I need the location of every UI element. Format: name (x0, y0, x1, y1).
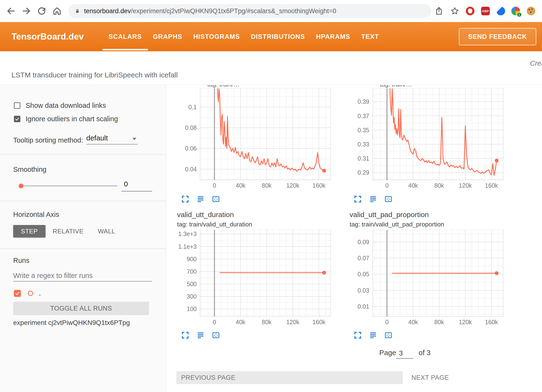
charts-panel: tag: train/… 0.040.060.080.1040k80k120k1… (167, 85, 542, 392)
svg-text:0.08: 0.08 (185, 124, 197, 131)
fit-domain-icon[interactable] (384, 195, 393, 203)
main-nav: SCALARS GRAPHS HISTOGRAMS DISTRIBUTIONS … (103, 22, 384, 51)
fit-domain-icon[interactable] (212, 331, 220, 340)
fit-domain-icon[interactable] (212, 195, 220, 203)
svg-text:40k: 40k (408, 319, 418, 325)
show-download-links-checkbox[interactable]: Show data download links (14, 102, 106, 110)
expand-chart-icon[interactable] (181, 331, 190, 340)
checkbox-label: Show data download links (26, 102, 106, 110)
scalar-chart[interactable]: 1003005007009001.1e+31.3e+3040k80k120k16… (176, 230, 334, 327)
run-row[interactable]: . (14, 289, 41, 297)
tab-distributions[interactable]: DISTRIBUTIONS (245, 22, 311, 51)
pagination: Page of 3 (167, 348, 542, 360)
ignore-outliers-checkbox[interactable]: Ignore outliers in chart scaling (14, 115, 118, 123)
svg-text:80k: 80k (262, 182, 272, 189)
svg-text:40k: 40k (236, 319, 246, 325)
tensorboard-logo[interactable]: TensorBoard.dev (12, 22, 84, 51)
app-header: TensorBoard.dev SCALARS GRAPHS HISTOGRAM… (0, 22, 542, 51)
runs-selector-icon[interactable] (196, 195, 205, 203)
subheader: Crea LSTM transducer training for LibriS… (0, 51, 542, 85)
chart-actions (181, 195, 220, 203)
svg-text:0.31: 0.31 (357, 155, 369, 162)
smoothing-value-input[interactable]: 0 (121, 179, 152, 191)
axis-wall-button[interactable]: WALL (91, 225, 122, 237)
abp-extension-icon[interactable]: ABP (481, 7, 490, 15)
svg-text:0: 0 (385, 319, 389, 325)
address-bar[interactable]: tensorboard.dev/experiment/cj2vtPiwQHKN9… (68, 4, 431, 18)
svg-text:0.1: 0.1 (188, 104, 197, 110)
tab-scalars[interactable]: SCALARS (103, 22, 147, 51)
svg-text:0.37: 0.37 (357, 113, 369, 119)
svg-text:0.07: 0.07 (357, 255, 369, 261)
run-checkbox-checked-icon[interactable] (14, 290, 21, 297)
chart-tag: tag: train/valid_utt_pad_proportion (350, 221, 444, 228)
axis-step-button[interactable]: STEP (13, 225, 46, 237)
horizontal-axis-label: Horizontal Axis (13, 211, 59, 219)
page-label: Page (379, 349, 396, 357)
adblock-extension-icon[interactable] (466, 7, 474, 15)
page-number-input[interactable] (396, 348, 413, 359)
svg-text:0.35: 0.35 (357, 127, 369, 133)
svg-text:300: 300 (187, 293, 197, 300)
lock-icon (74, 8, 81, 14)
runs-filter-input[interactable] (13, 270, 152, 282)
svg-text:0: 0 (385, 182, 389, 189)
run-name: . (39, 289, 41, 297)
smoothing-label: Smoothing (13, 166, 46, 173)
scalar-chart[interactable]: 0.010.030.050.070.09040k80k120k160k (349, 230, 507, 327)
chart-title: valid_utt_pad_proportion (350, 211, 429, 219)
svg-text:0.01: 0.01 (357, 303, 369, 310)
next-page-button[interactable]: NEXT PAGE (411, 371, 449, 384)
cookie-extension-icon[interactable] (527, 7, 535, 15)
fit-domain-icon[interactable] (384, 331, 393, 340)
refresh-icon[interactable] (37, 6, 46, 16)
scalar-chart[interactable]: 0.290.310.330.350.370.39040k80k120k160k (349, 88, 507, 191)
runs-selector-icon[interactable] (369, 331, 377, 340)
extension-badge: 1 (517, 12, 522, 17)
tooltip-sort-value: default (86, 134, 108, 142)
blue-extension-icon[interactable] (496, 7, 505, 15)
bookmark-star-icon[interactable] (450, 6, 460, 16)
toggle-all-runs-button[interactable]: TOGGLE ALL RUNS (13, 302, 149, 315)
tooltip-sort-select[interactable]: default (86, 134, 138, 144)
tab-histograms[interactable]: HISTOGRAMS (188, 22, 246, 51)
clipped-right-text: Crea (530, 59, 542, 67)
expand-chart-icon[interactable] (181, 195, 190, 203)
tab-graphs[interactable]: GRAPHS (147, 22, 188, 51)
tab-text[interactable]: TEXT (356, 22, 385, 51)
svg-text:0: 0 (213, 182, 216, 189)
send-feedback-button[interactable]: SEND FEEDBACK (459, 28, 536, 45)
svg-text:120k: 120k (286, 319, 300, 325)
svg-text:0: 0 (213, 319, 216, 325)
scalar-chart[interactable]: 0.040.060.080.1040k80k120k160k (176, 88, 334, 191)
extension-with-badge-icon[interactable]: 1 (511, 7, 520, 15)
svg-text:1.1e+3: 1.1e+3 (178, 243, 197, 250)
share-icon[interactable] (434, 6, 444, 16)
svg-text:0.06: 0.06 (185, 145, 197, 152)
previous-page-button[interactable]: PREVIOUS PAGE (176, 371, 403, 384)
svg-text:0.03: 0.03 (357, 287, 369, 294)
smoothing-slider[interactable] (19, 182, 117, 190)
url-text: tensorboard.dev/experiment/cj2vtPiwQHKN9… (84, 7, 336, 15)
forward-icon[interactable] (22, 6, 31, 16)
horizontal-axis-toggle: STEP RELATIVE WALL (13, 225, 122, 237)
tab-hparams[interactable]: HPARAMS (311, 22, 356, 51)
runs-selector-icon[interactable] (196, 331, 205, 340)
svg-text:100: 100 (187, 306, 197, 312)
home-icon[interactable] (52, 6, 62, 16)
svg-text:80k: 80k (434, 182, 444, 189)
svg-text:0.29: 0.29 (357, 169, 369, 176)
svg-text:0.04: 0.04 (185, 166, 197, 173)
back-icon[interactable] (6, 6, 16, 16)
slider-track (21, 185, 117, 186)
slider-thumb[interactable] (19, 184, 23, 188)
svg-text:1.3e+3: 1.3e+3 (178, 231, 197, 237)
svg-text:0.05: 0.05 (357, 271, 369, 277)
runs-selector-icon[interactable] (369, 195, 377, 203)
svg-text:40k: 40k (408, 182, 418, 189)
expand-chart-icon[interactable] (353, 331, 362, 340)
divider (0, 154, 166, 155)
browser-toolbar: tensorboard.dev/experiment/cj2vtPiwQHKN9… (0, 0, 542, 22)
axis-relative-button[interactable]: RELATIVE (46, 225, 91, 237)
expand-chart-icon[interactable] (353, 195, 362, 203)
